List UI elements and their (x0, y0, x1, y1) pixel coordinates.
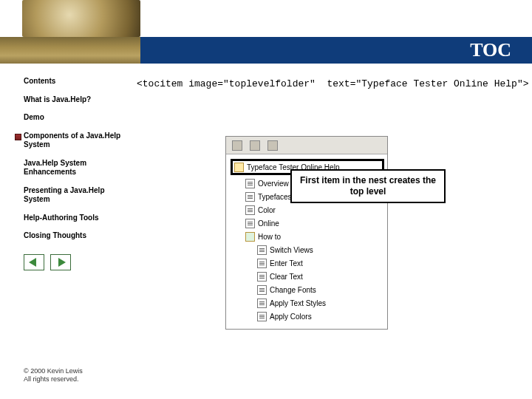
folder-icon (245, 232, 255, 242)
copyright-line: © 2000 Kevin Lewis (24, 367, 83, 376)
page-title: TOC (470, 39, 511, 61)
header-photo (22, 0, 140, 37)
svg-marker-0 (29, 258, 36, 267)
toolbar-icon (250, 140, 260, 151)
tree-label: Color (258, 206, 276, 214)
toolbar-icon (232, 140, 242, 151)
tree-label: Online (258, 219, 279, 228)
header-accent-gold (0, 37, 140, 64)
page-icon (245, 205, 255, 215)
folder-icon (234, 163, 244, 172)
page-icon (245, 192, 255, 202)
tree-label: Clear Text (270, 273, 303, 281)
sidebar-item-components[interactable]: Components of a Java.Help System (24, 132, 129, 150)
slide-header: TOC (0, 0, 532, 64)
toc-toolbar (226, 137, 387, 154)
tree-item: Enter Text (231, 256, 387, 270)
sidebar-item-what-is[interactable]: What is Java.Help? (24, 95, 129, 105)
tree-item: Apply Colors (231, 310, 387, 323)
tree-label: Change Fonts (270, 286, 316, 294)
page-icon (245, 219, 255, 228)
sidebar-item-contents[interactable]: Contents (24, 77, 129, 86)
arrow-right-icon (55, 258, 66, 267)
tree-item: Color (231, 203, 387, 216)
javahelp-toc-screenshot: Typeface Tester Online Help Overview Typ… (225, 136, 388, 330)
code-snippet: <tocitem image="toplevelfolder" text="Ty… (137, 78, 532, 89)
page-icon (257, 285, 267, 295)
tree-label: How to (258, 233, 281, 241)
page-icon (245, 179, 255, 188)
tree-item: Apply Text Styles (231, 296, 387, 310)
annotation-callout: First item in the nest creates the top l… (290, 169, 446, 203)
sidebar-item-tools[interactable]: Help-Authoring Tools (24, 214, 129, 223)
page-icon (257, 312, 267, 321)
tree-label: Switch Views (270, 246, 313, 254)
tree-item: Online (231, 216, 387, 230)
tree-folder-howto: How to (231, 230, 387, 243)
sidebar-item-presenting[interactable]: Presenting a Java.Help System (24, 186, 129, 205)
sidebar-item-demo[interactable]: Demo (24, 113, 129, 123)
page-icon (257, 245, 267, 255)
tree-label: Overview (258, 180, 289, 188)
tree-label: Apply Colors (270, 313, 312, 321)
tree-item: Switch Views (231, 243, 387, 256)
tree-label: Typefaces (258, 193, 292, 201)
svg-marker-1 (58, 258, 66, 267)
page-icon (257, 259, 267, 268)
tree-item: Clear Text (231, 270, 387, 283)
header-accent-blue: TOC (140, 37, 532, 64)
tree-item: Change Fonts (231, 283, 387, 296)
next-button[interactable] (50, 254, 71, 270)
toc-sidebar: Contents What is Java.Help? Demo Compone… (0, 77, 137, 270)
toolbar-icon (267, 140, 278, 151)
slide-main: <tocitem image="toplevelfolder" text="Ty… (137, 77, 532, 270)
arrow-left-icon (29, 258, 39, 267)
tree-label: Enter Text (270, 259, 303, 267)
footer: © 2000 Kevin Lewis All rights reserved. (24, 367, 83, 384)
prev-button[interactable] (24, 254, 44, 270)
rights-line: All rights reserved. (24, 375, 83, 384)
page-icon (257, 272, 267, 282)
page-icon (257, 299, 267, 308)
sidebar-item-closing[interactable]: Closing Thoughts (24, 231, 129, 241)
tree-label: Apply Text Styles (270, 299, 326, 307)
sidebar-item-enhancements[interactable]: Java.Help System Enhancements (24, 159, 129, 177)
